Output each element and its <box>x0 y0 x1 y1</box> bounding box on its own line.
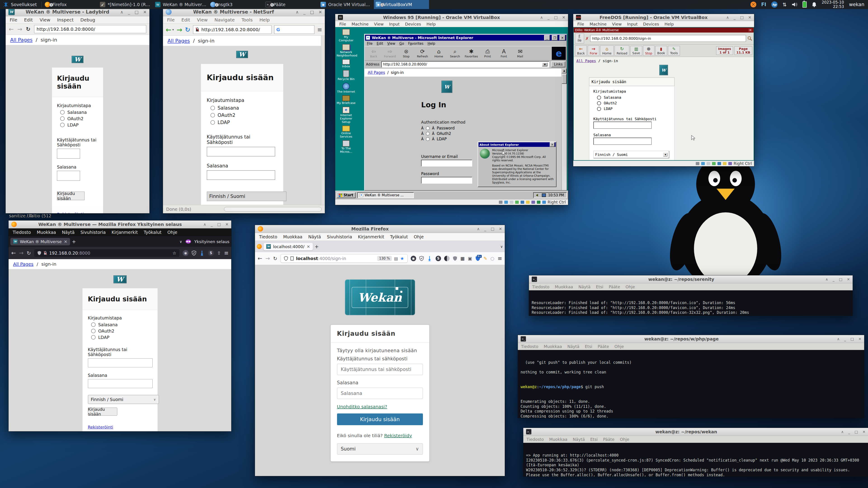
breadcrumb-all-pages-link[interactable]: All Pages <box>167 38 190 43</box>
desktop-icon-online-services[interactable]: Online Services <box>337 126 355 138</box>
register-link[interactable]: Rekisteröidy <box>384 433 412 438</box>
reload-icon[interactable]: ↻ <box>185 26 190 33</box>
breadcrumb-all-pages-link[interactable]: All Pages <box>368 70 385 75</box>
save-button[interactable]: ▥Save <box>630 46 642 56</box>
maximize-button[interactable]: □ <box>839 277 842 282</box>
ie-scrollbar[interactable]: ▲ <box>561 68 567 190</box>
maximize-button[interactable]: □ <box>850 337 854 341</box>
close-button[interactable]: ✕ <box>143 9 147 14</box>
menu-file[interactable]: File <box>10 17 17 23</box>
terminal-output[interactable]: (use "git push" to publish your local co… <box>518 350 864 418</box>
page-info-icon[interactable] <box>290 256 294 260</box>
username-input[interactable] <box>88 358 153 367</box>
desktop-icon-recycle-bin[interactable]: Recycle Bin <box>337 70 355 80</box>
bookmark-star-icon[interactable]: ★ <box>400 256 404 261</box>
password-input[interactable] <box>337 388 423 399</box>
downloads-icon[interactable]: ⭳ <box>199 250 205 256</box>
menu-tiedosto[interactable]: Tiedosto <box>521 344 538 350</box>
features-status-icon[interactable] <box>537 201 540 204</box>
url-box[interactable]: http://192.168.0.20:8000/ <box>193 25 272 34</box>
ie-back-button[interactable]: ⇦Back <box>366 49 382 58</box>
mouse-status-icon[interactable] <box>542 201 546 204</box>
back-icon[interactable]: ← <box>11 250 16 256</box>
close-button[interactable]: ✕ <box>847 277 850 282</box>
titlebar[interactable]: Mozilla Firefox ∧_□✕ <box>255 225 505 233</box>
menu-nayta[interactable]: Näytä <box>567 344 579 350</box>
password-input[interactable] <box>88 379 153 388</box>
radio-oauth2[interactable] <box>91 329 96 333</box>
menu-etsi[interactable]: Etsi <box>585 344 592 350</box>
task-terminal[interactable]: >_5 Pääte <box>264 0 319 9</box>
maximize-button[interactable]: □ <box>554 15 558 20</box>
close-button[interactable]: ✕ <box>225 222 228 227</box>
back-icon[interactable]: ← <box>166 26 171 34</box>
menu-view[interactable]: View <box>39 17 50 23</box>
shade-button[interactable]: ∧ <box>826 277 828 282</box>
minimize-button[interactable]: _ <box>848 430 850 434</box>
titlebar[interactable]: WeKan ® Multiverse — Mozilla Firefox Yks… <box>8 221 231 228</box>
desktop-icon-msn[interactable]: To The Micros... <box>337 140 355 153</box>
card-ext-icon[interactable]: ▣ <box>468 256 472 261</box>
desktop-icon-network-neighborhood[interactable]: Network Neighborhood <box>337 44 355 57</box>
radio-oauth2[interactable] <box>597 101 601 105</box>
radio-salasana[interactable] <box>597 96 601 100</box>
menu-favorites[interactable]: Favorites <box>408 41 424 46</box>
select-dropdown[interactable]: ▼ <box>663 153 668 157</box>
menu-paate[interactable]: Pääte <box>598 344 609 350</box>
search-icon[interactable] <box>747 36 752 41</box>
ext-dark-icon[interactable] <box>444 256 450 261</box>
search-box[interactable]: G <box>274 25 314 34</box>
menu-file[interactable]: File <box>167 17 175 23</box>
menu-edit[interactable]: Edit <box>181 17 190 23</box>
menu-help[interactable]: Help <box>259 17 270 23</box>
back-dropdown-icon[interactable]: ▾ <box>172 28 174 31</box>
menu-machine[interactable]: Machine <box>590 21 607 27</box>
close-button[interactable]: ✕ <box>748 15 751 20</box>
menu-paate[interactable]: Pääte <box>609 284 620 290</box>
ie-font-button[interactable]: AFont <box>496 49 512 58</box>
battery-icon[interactable] <box>802 1 807 8</box>
tab-wekan[interactable]: W WeKan ® Multiverse ✕ <box>10 238 70 246</box>
scroll-thumb[interactable] <box>562 74 567 84</box>
ie-forward-button[interactable]: ⇨Forward <box>382 49 398 58</box>
start-button[interactable]: Start <box>337 192 355 198</box>
menu-icon[interactable]: ≡ <box>317 26 322 33</box>
share-icon[interactable]: ⇧ <box>217 250 221 256</box>
shade-button[interactable]: ∧ <box>841 430 844 434</box>
menu-help[interactable]: Help <box>664 21 674 27</box>
shade-button[interactable]: ∧ <box>837 337 840 341</box>
forward-button[interactable]: →Forw <box>588 45 599 56</box>
language-select[interactable]: Finnish / Suomi <box>207 192 286 201</box>
shade-button[interactable]: ∧ <box>540 15 543 20</box>
applications-menu[interactable]: Sovellukset <box>0 0 40 9</box>
task-nsgtk3[interactable]: 2 nsgtk3 <box>209 0 264 9</box>
forgot-password-link[interactable]: Unohditko salasanasi? <box>337 404 423 410</box>
network-status-icon[interactable] <box>515 201 519 204</box>
ext-s-icon[interactable]: S <box>208 250 214 256</box>
minimize-button[interactable]: _ <box>548 15 550 20</box>
maximize-button[interactable]: □ <box>491 227 494 231</box>
username-input[interactable] <box>337 364 423 375</box>
forward-icon[interactable]: → <box>18 26 22 33</box>
ie-refresh-button[interactable]: ⟳Refresh <box>414 49 431 58</box>
task-virtualboxvm[interactable]: ▣2 VirtualBoxVM <box>374 0 429 9</box>
username-input[interactable] <box>57 149 80 159</box>
clear-url-icon[interactable]: ✗ <box>585 36 589 41</box>
tab-localhost[interactable]: W localhost:4000/ ✕ <box>264 243 313 250</box>
username-input[interactable] <box>421 160 472 166</box>
menu-etsi[interactable]: Etsi <box>596 284 603 290</box>
stop-button[interactable]: ⊗Stop <box>643 45 654 56</box>
radio-oauth2[interactable] <box>60 116 65 121</box>
about-close-button[interactable]: ✕ <box>550 142 555 147</box>
menu-kirjanmerkit[interactable]: Kirjanmerkit <box>358 234 384 240</box>
menu-tiedosto[interactable]: Tiedosto <box>532 284 549 290</box>
minimize-button[interactable]: _ <box>484 227 486 231</box>
radio-ldap[interactable] <box>91 335 96 339</box>
menu-input[interactable]: Input <box>389 21 400 27</box>
menu-tiedosto[interactable]: Tiedosto <box>259 234 277 240</box>
close-button[interactable]: ✕ <box>562 15 565 20</box>
menu-edit[interactable]: Edit <box>377 41 383 46</box>
display-status-icon[interactable] <box>728 162 732 165</box>
ladybird-titlebar[interactable]: W WeKan ® Multiverse - Ladybird ∧_□✕ <box>6 8 149 16</box>
hdd-status-icon[interactable] <box>499 201 502 204</box>
